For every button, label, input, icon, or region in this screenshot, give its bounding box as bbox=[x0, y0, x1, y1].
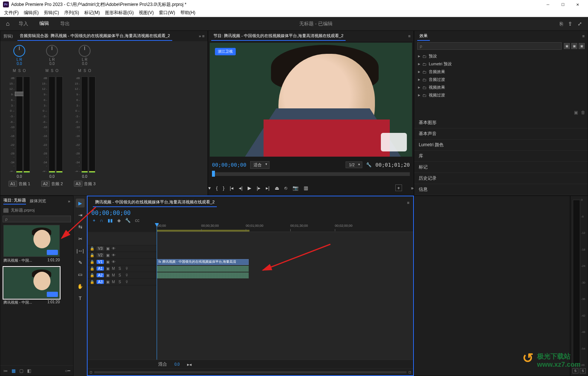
fx-filter-icon-1[interactable]: ▣ bbox=[564, 43, 570, 49]
menu-graphics[interactable]: 图形和标题(G) bbox=[103, 9, 135, 17]
mute-button[interactable]: M bbox=[112, 267, 116, 271]
sync-icon[interactable]: ▣ bbox=[106, 260, 110, 264]
program-title[interactable]: 节目: 腾讯视频 - 中国领先的在线视频媒体平台,海量高清视频在线观看_2 bbox=[211, 32, 346, 41]
sync-icon[interactable]: ▣ bbox=[106, 273, 110, 277]
compare-icon[interactable]: ▥ bbox=[304, 185, 308, 191]
mix-fx-icon[interactable]: ▸◂ bbox=[187, 362, 192, 367]
add-marker-icon[interactable]: ▾ bbox=[208, 185, 211, 191]
video-track-header[interactable]: 🔒 V3 ▣ 👁 bbox=[88, 245, 157, 252]
program-tc-left[interactable]: 00;00;00;00 bbox=[212, 162, 246, 168]
workspace-tab-export[interactable]: 导出 bbox=[58, 17, 72, 31]
effects-menu-icon[interactable]: ≡ bbox=[582, 34, 585, 38]
share-icon[interactable]: ⇪ bbox=[568, 21, 572, 27]
side-panel-tab[interactable]: 基本声音 bbox=[414, 128, 588, 140]
side-panel-tab[interactable]: 标记 bbox=[414, 162, 588, 173]
workspace-tab-import[interactable]: 导入 bbox=[16, 17, 30, 31]
audio-clip[interactable] bbox=[157, 266, 249, 272]
selection-tool-icon[interactable]: ▶ bbox=[76, 199, 85, 207]
fit-select[interactable]: 适合 bbox=[250, 161, 270, 169]
export-frame-icon[interactable]: 📷 bbox=[293, 185, 298, 191]
workspace-tab-edit[interactable]: 编辑 bbox=[37, 16, 51, 31]
lock-icon[interactable]: 🔒 bbox=[90, 280, 94, 284]
track-select-tool-icon[interactable]: ⇥ bbox=[76, 210, 85, 219]
close-button[interactable]: ✕ bbox=[570, 0, 585, 9]
track-tag[interactable]: A2 bbox=[41, 181, 50, 187]
hand-tool-icon[interactable]: ✋ bbox=[76, 282, 85, 291]
o-button[interactable]: O bbox=[56, 69, 59, 73]
solo-right-button[interactable]: S bbox=[580, 368, 586, 373]
cc-icon[interactable]: cc bbox=[135, 218, 140, 223]
sync-icon[interactable]: ▣ bbox=[106, 267, 110, 271]
lift-icon[interactable]: ⏏ bbox=[275, 185, 279, 191]
more-icon[interactable]: » bbox=[411, 185, 414, 191]
view-list-icon[interactable]: ≔ bbox=[3, 368, 8, 373]
scroll-handle-right[interactable] bbox=[409, 371, 411, 373]
delete-icon[interactable]: 🗑 bbox=[581, 110, 585, 115]
lock-icon[interactable]: 🔒 bbox=[90, 253, 94, 257]
freeform-icon[interactable]: ▢ bbox=[19, 368, 23, 373]
fx-filter-icon-3[interactable]: ▣ bbox=[579, 43, 585, 49]
video-track-header[interactable]: 🔒 V1 ▣ 👁 bbox=[88, 259, 157, 265]
lock-icon[interactable]: 🔒 bbox=[90, 273, 94, 277]
marker-span-icon[interactable]: ▮▮ bbox=[108, 218, 113, 223]
timeline-ruler[interactable]: ;00;0000;00;30;0000;01;00;0000;01;30;000… bbox=[157, 224, 413, 232]
m-button[interactable]: M bbox=[13, 69, 16, 73]
effects-title[interactable]: 效果 bbox=[417, 32, 430, 41]
track-tag[interactable]: V3 bbox=[97, 246, 104, 251]
menu-file[interactable]: 文件(F) bbox=[2, 9, 20, 17]
step-back-icon[interactable]: ◂| bbox=[239, 185, 242, 191]
go-in-icon[interactable]: |◂ bbox=[230, 185, 233, 191]
fx-folder[interactable]: ▶🗀音频过渡 bbox=[414, 76, 588, 84]
slip-tool-icon[interactable]: |↔| bbox=[76, 246, 85, 255]
btn-editor-icon[interactable]: + bbox=[395, 184, 402, 191]
project-search-input[interactable] bbox=[3, 216, 71, 222]
mark-out-icon[interactable]: } bbox=[223, 185, 224, 191]
side-panel-tab[interactable]: 基本图形 bbox=[414, 117, 588, 128]
menu-help[interactable]: 帮助(H) bbox=[179, 9, 197, 17]
fx-folder[interactable]: ▶🗀预设 bbox=[414, 52, 588, 60]
fader-value[interactable]: 0.0 bbox=[49, 174, 55, 179]
s-button[interactable]: S bbox=[18, 69, 21, 73]
go-out-icon[interactable]: ▸| bbox=[266, 185, 270, 191]
zoom-slider-icon[interactable]: ○━ bbox=[65, 368, 70, 373]
audio-clip[interactable] bbox=[157, 272, 249, 278]
new-bin-icon[interactable]: ▣ bbox=[574, 110, 578, 115]
timeline-content[interactable]: fx 腾讯视频 - 中国领先的在线视频媒体平台,海量高清 bbox=[157, 232, 413, 360]
panel-jump[interactable]: 剪辑) bbox=[3, 33, 13, 39]
audio-track-header[interactable]: 🔒 A2 ▣ M S 🎙 bbox=[88, 272, 157, 279]
track-tag[interactable]: A3 bbox=[74, 181, 82, 187]
project-more-icon[interactable]: » bbox=[68, 199, 70, 203]
fx-filter-icon-2[interactable]: ▣ bbox=[571, 43, 577, 49]
menu-markers[interactable]: 标记(M) bbox=[82, 9, 102, 17]
sort-icon[interactable]: ◧ bbox=[27, 368, 31, 373]
project-item[interactable]: 腾讯视频 - 中国...1:01:20 bbox=[3, 225, 60, 263]
mute-button[interactable]: M bbox=[112, 280, 116, 284]
menu-window[interactable]: 窗口(W) bbox=[157, 9, 177, 17]
o-button[interactable]: O bbox=[88, 69, 91, 73]
pan-knob-icon[interactable] bbox=[13, 45, 25, 57]
solo-left-button[interactable]: S bbox=[572, 368, 578, 373]
pan-knob-icon[interactable] bbox=[46, 45, 58, 57]
mark-in-icon[interactable]: { bbox=[216, 185, 218, 191]
m-button[interactable]: M bbox=[46, 69, 49, 73]
track-tag[interactable]: V2 bbox=[97, 253, 104, 257]
minimize-button[interactable]: ─ bbox=[540, 0, 555, 9]
playhead-icon[interactable] bbox=[157, 224, 157, 360]
maximize-button[interactable]: ☐ bbox=[555, 0, 570, 9]
s-button[interactable]: S bbox=[84, 69, 86, 73]
ripple-tool-icon[interactable]: ⇆ bbox=[76, 222, 85, 231]
solo-button[interactable]: S bbox=[118, 267, 123, 271]
lock-icon[interactable]: 🔒 bbox=[90, 267, 94, 271]
step-fwd-icon[interactable]: |▸ bbox=[257, 185, 260, 191]
timeline-title[interactable]: 腾讯视频 - 中国领先的在线视频媒体平台,海量高清视频在线观看_2 bbox=[93, 198, 217, 207]
menu-clip[interactable]: 剪辑(C) bbox=[42, 9, 61, 17]
fader-value[interactable]: 0.0 bbox=[17, 174, 22, 179]
program-menu-icon[interactable]: ≡ bbox=[408, 34, 411, 38]
razor-tool-icon[interactable]: ✂ bbox=[76, 234, 85, 243]
audio-track-header[interactable]: 🔒 A1 ▣ M S 🎙 bbox=[88, 265, 157, 272]
wrench-icon[interactable]: 🔧 bbox=[125, 218, 131, 223]
pan-knob-icon[interactable] bbox=[79, 45, 91, 57]
rect-tool-icon[interactable]: ▭ bbox=[76, 270, 85, 279]
eye-icon[interactable]: 👁 bbox=[112, 260, 115, 264]
fx-folder[interactable]: ▶🗀视频过渡 bbox=[414, 91, 588, 99]
